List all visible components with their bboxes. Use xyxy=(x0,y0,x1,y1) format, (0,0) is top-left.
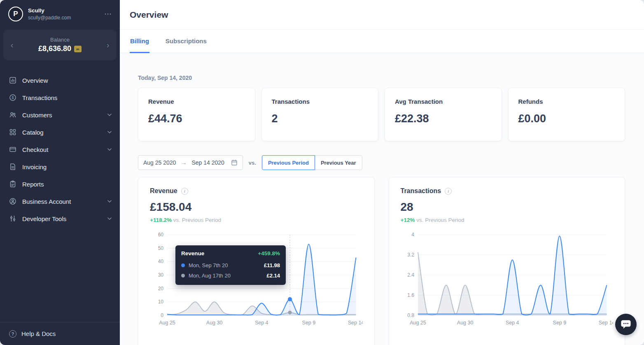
svg-text:2.4: 2.4 xyxy=(407,272,414,278)
stat-value: £0.00 xyxy=(518,112,615,125)
svg-text:Sep 14: Sep 14 xyxy=(348,320,363,326)
stat-title: Refunds xyxy=(518,98,615,105)
change-percent: +118.2% xyxy=(150,217,172,223)
balance-value: £8,636.80 xyxy=(38,44,71,53)
stat-title: Avg Transaction xyxy=(395,98,492,105)
svg-text:0.8: 0.8 xyxy=(407,312,414,318)
filter-row: Aug 25 2020 → Sep 14 2020 vs. Previous P… xyxy=(138,155,625,170)
sidebar-item-business-account[interactable]: Business Account xyxy=(0,193,120,210)
svg-text:3.2: 3.2 xyxy=(407,252,414,258)
tooltip-row-label: Mon, Aug 17th 20 xyxy=(189,273,231,279)
sidebar-item-reports[interactable]: Reports xyxy=(0,175,120,193)
tab-subscriptions[interactable]: Subscriptions xyxy=(165,30,207,53)
checkout-icon xyxy=(9,146,16,153)
sidebar-item-label: Checkout xyxy=(22,146,48,153)
series-dot-icon xyxy=(181,274,185,277)
content: Today, Sep 14, 2020 Revenue £44.76 Trans… xyxy=(120,53,644,345)
sidebar-item-label: Customers xyxy=(22,112,52,119)
date-range-picker[interactable]: Aug 25 2020 → Sep 14 2020 xyxy=(138,155,243,170)
sidebar: P Scully scully@paddle.com ⋯ ‹ Balance £… xyxy=(0,0,120,345)
change-note: vs. Previous Period xyxy=(415,217,464,223)
title-bar: Overview xyxy=(120,0,644,30)
tooltip-row: Mon, Aug 17th 20 £2.14 xyxy=(181,270,280,281)
stat-card-avg-transaction: Avg Transaction £22.38 xyxy=(385,88,502,141)
previous-year-button[interactable]: Previous Year xyxy=(315,155,362,170)
balance-amount: £8,636.80 ∞ xyxy=(16,44,104,53)
tooltip-title: Revenue xyxy=(181,250,204,256)
chevron-down-icon xyxy=(107,131,112,133)
transactions-icon: $ xyxy=(9,94,16,101)
svg-text:1.6: 1.6 xyxy=(407,292,414,298)
svg-text:Sep 4: Sep 4 xyxy=(255,320,268,326)
tooltip-header: Revenue +459.8% xyxy=(181,250,280,260)
svg-text:60: 60 xyxy=(158,232,164,238)
sidebar-item-transactions[interactable]: $ Transactions xyxy=(0,89,120,106)
page-title: Overview xyxy=(130,10,168,20)
chevron-left-icon[interactable]: ‹ xyxy=(8,40,16,50)
chevron-down-icon xyxy=(107,148,112,151)
calendar-icon[interactable] xyxy=(231,159,238,166)
sidebar-item-developer-tools[interactable]: Developer Tools xyxy=(0,210,120,227)
transactions-line-chart[interactable]: 0.81.62.43.24Aug 25Aug 30Sep 4Sep 9Sep 1… xyxy=(401,230,614,328)
tab-billing[interactable]: Billing xyxy=(130,30,149,53)
svg-text:Aug 30: Aug 30 xyxy=(206,320,223,326)
chart-header: Transactions i xyxy=(401,187,614,195)
arrow-right-icon: → xyxy=(181,159,187,166)
previous-period-button[interactable]: Previous Period xyxy=(262,155,315,170)
business-account-icon xyxy=(9,198,16,205)
date-range-end[interactable]: Sep 14 2020 xyxy=(191,159,224,166)
change-percent: +12% xyxy=(401,217,415,223)
info-icon[interactable]: i xyxy=(181,188,188,195)
change-note: vs. Previous Period xyxy=(172,217,221,223)
sidebar-item-overview[interactable]: Overview xyxy=(0,72,120,89)
customers-icon xyxy=(9,111,16,119)
sidebar-item-customers[interactable]: Customers xyxy=(0,106,120,124)
sidebar-item-catalog[interactable]: Catalog xyxy=(0,124,120,141)
sidebar-item-invoicing[interactable]: Invoicing xyxy=(0,158,120,175)
reports-icon xyxy=(9,180,16,188)
chart-total-value: £158.04 xyxy=(150,200,363,214)
tooltip-row-value: £2.14 xyxy=(266,273,280,279)
sidebar-item-label: Transactions xyxy=(22,94,57,101)
chevron-down-icon xyxy=(107,200,112,203)
svg-text:30: 30 xyxy=(158,272,164,278)
tooltip-row-label: Mon, Sep 7th 20 xyxy=(189,262,228,268)
chevron-right-icon[interactable]: › xyxy=(104,40,112,50)
charts-row: Revenue i £158.04 +118.2% vs. Previous P… xyxy=(138,177,625,345)
profile-text: Scully scully@paddle.com xyxy=(28,7,71,21)
svg-text:20: 20 xyxy=(158,286,164,291)
tab-bar: Billing Subscriptions xyxy=(120,30,644,53)
sidebar-item-label: Invoicing xyxy=(22,163,47,170)
sidebar-item-checkout[interactable]: Checkout xyxy=(0,141,120,158)
stat-title: Transactions xyxy=(272,98,369,105)
sidebar-item-label: Catalog xyxy=(22,129,44,136)
profile-name: Scully xyxy=(28,7,71,14)
profile-section: P Scully scully@paddle.com ⋯ xyxy=(0,0,120,26)
main-area: Overview Billing Subscriptions Today, Se… xyxy=(120,0,644,345)
stat-value: 2 xyxy=(272,112,369,125)
balance-label: Balance xyxy=(16,37,104,43)
sidebar-item-label: Developer Tools xyxy=(22,215,66,222)
help-and-docs[interactable]: ? Help & Docs xyxy=(0,322,120,345)
date-range-start[interactable]: Aug 25 2020 xyxy=(143,159,176,166)
svg-text:Aug 25: Aug 25 xyxy=(410,320,426,326)
chat-bubble-icon xyxy=(621,319,631,330)
vs-label: vs. xyxy=(249,160,256,166)
stat-value: £44.76 xyxy=(148,112,245,125)
chart-tooltip: Revenue +459.8% Mon, Sep 7th 20 £11.98 M… xyxy=(175,245,286,285)
invoicing-icon xyxy=(9,163,16,170)
chat-widget-button[interactable] xyxy=(615,314,637,335)
help-label: Help & Docs xyxy=(21,330,56,337)
sidebar-item-label: Overview xyxy=(22,77,48,84)
info-icon[interactable]: i xyxy=(445,188,452,195)
paddle-logo: P xyxy=(8,7,23,21)
series-dot-icon xyxy=(181,263,185,267)
sidebar-item-label: Reports xyxy=(22,181,44,188)
sidebar-item-label: Business Account xyxy=(22,198,71,205)
more-options-icon[interactable]: ⋯ xyxy=(104,9,112,19)
developer-tools-icon xyxy=(9,215,16,222)
svg-text:40: 40 xyxy=(158,259,164,264)
transactions-chart-card: Transactions i 28 +12% vs. Previous Peri… xyxy=(389,177,625,345)
currency-badge-icon: ∞ xyxy=(74,46,82,52)
balance-card: ‹ Balance £8,636.80 ∞ › xyxy=(3,30,117,60)
